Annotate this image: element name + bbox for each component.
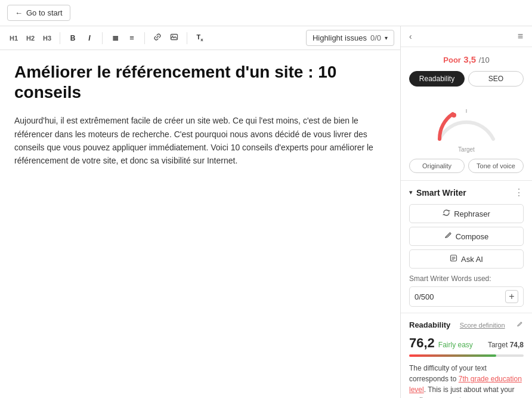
score-tabs: Readability SEO bbox=[409, 71, 524, 87]
readability-edit-icon[interactable] bbox=[516, 320, 524, 329]
tab-readability-label: Readability bbox=[419, 75, 454, 83]
editor-panel: H1 H2 H3 B I bbox=[0, 26, 401, 398]
ask-ai-label: Ask AI bbox=[461, 255, 483, 264]
main-layout: H1 H2 H3 B I bbox=[0, 26, 532, 398]
unordered-list-icon: ≡ bbox=[129, 33, 134, 42]
link-button[interactable] bbox=[150, 30, 165, 46]
score-poor-label: Poor bbox=[443, 55, 461, 64]
compose-label: Compose bbox=[456, 232, 489, 241]
rephraser-icon bbox=[443, 209, 450, 218]
gauge-svg bbox=[428, 97, 505, 145]
separator-2 bbox=[102, 32, 103, 44]
list-group: ≣ ≡ bbox=[107, 30, 140, 46]
score-header: Poor 3,5 /10 bbox=[409, 54, 524, 65]
readability-section: Readability Score definition 76,2 Fairly… bbox=[401, 313, 532, 398]
top-bar: ← Go to start bbox=[0, 0, 532, 26]
image-button[interactable] bbox=[166, 30, 182, 46]
gauge-container: Target bbox=[409, 92, 524, 155]
editor-content[interactable]: Améliorer le référencement d'un site : 1… bbox=[0, 50, 400, 398]
smart-writer-header: ▾ Smart Writer ⋮ bbox=[409, 187, 524, 198]
tab-seo-label: SEO bbox=[488, 75, 503, 83]
unordered-list-button[interactable]: ≡ bbox=[124, 30, 140, 46]
readability-header: Readability Score definition bbox=[409, 320, 524, 329]
link-icon bbox=[153, 33, 162, 43]
tab-originality[interactable]: Originality bbox=[409, 159, 465, 173]
svg-point-2 bbox=[451, 113, 456, 118]
score-definition-link[interactable]: Score definition bbox=[460, 322, 505, 329]
words-counter-value: 0/500 bbox=[415, 292, 434, 301]
h1-label: H1 bbox=[10, 35, 18, 42]
insert-group bbox=[150, 30, 182, 46]
bold-label: B bbox=[70, 34, 76, 42]
italic-label: I bbox=[88, 34, 90, 42]
highlight-count: 0/0 bbox=[370, 33, 381, 42]
score-section: Poor 3,5 /10 Readability SEO bbox=[401, 47, 532, 181]
readability-target-label: Target bbox=[488, 341, 508, 349]
gauge-target-label: Target bbox=[458, 146, 475, 153]
smart-writer-more-icon[interactable]: ⋮ bbox=[514, 187, 524, 198]
highlight-issues-button[interactable]: Highlight issues 0/0 ▾ bbox=[306, 30, 394, 46]
words-counter-plus-button[interactable]: + bbox=[505, 290, 518, 303]
clear-group: Tx bbox=[192, 30, 208, 46]
plus-icon: + bbox=[509, 291, 514, 302]
smart-writer-chevron-icon: ▾ bbox=[409, 189, 413, 196]
h3-button[interactable]: H3 bbox=[39, 30, 55, 46]
readability-title: Readability bbox=[409, 320, 450, 329]
readability-score-label: Fairly easy bbox=[438, 341, 473, 349]
progress-bar-fill bbox=[409, 354, 496, 357]
image-icon bbox=[170, 33, 178, 43]
h2-label: H2 bbox=[26, 35, 35, 42]
h2-button[interactable]: H2 bbox=[23, 30, 38, 46]
collapse-icon[interactable]: ‹ bbox=[409, 32, 412, 41]
readability-score-number: 76,2 bbox=[409, 335, 435, 351]
separator-4 bbox=[187, 32, 187, 44]
panel-menu-icon[interactable]: ≡ bbox=[518, 31, 524, 42]
right-panel: ‹ ≡ Poor 3,5 /10 Readability SEO bbox=[401, 26, 532, 398]
rephraser-label: Rephraser bbox=[454, 209, 490, 218]
toolbar: H1 H2 H3 B I bbox=[0, 26, 400, 50]
readability-scores-row: 76,2 Fairly easy Target 74,8 bbox=[409, 335, 524, 351]
tab-tone-of-voice-label: Tone of voice bbox=[477, 162, 515, 169]
highlight-grade-text: 7th grade education level bbox=[409, 375, 522, 394]
editor-title: Améliorer le référencement d'un site : 1… bbox=[14, 62, 386, 102]
editor-body: Aujourd'hui, il est extrêmement facile d… bbox=[14, 114, 386, 168]
tab-tone-of-voice[interactable]: Tone of voice bbox=[468, 159, 524, 173]
ordered-list-button[interactable]: ≣ bbox=[107, 30, 123, 46]
compose-button[interactable]: Compose bbox=[409, 227, 524, 246]
smart-writer-title-row: ▾ Smart Writer bbox=[409, 188, 466, 198]
readability-target-value: 74,8 bbox=[510, 341, 524, 349]
tab-originality-label: Originality bbox=[422, 162, 451, 169]
score-value: 3,5 bbox=[463, 54, 476, 64]
go-to-start-button[interactable]: ← Go to start bbox=[7, 5, 70, 21]
h1-button[interactable]: H1 bbox=[6, 30, 21, 46]
arrow-left-icon: ← bbox=[15, 8, 23, 17]
tab-seo[interactable]: SEO bbox=[468, 71, 524, 87]
italic-button[interactable]: I bbox=[82, 30, 97, 46]
separator-3 bbox=[144, 32, 145, 44]
clear-format-icon: Tx bbox=[196, 33, 203, 42]
heading-group: H1 H2 H3 bbox=[6, 30, 55, 46]
smart-writer-section: ▾ Smart Writer ⋮ Rephraser Compose bbox=[401, 181, 532, 313]
score-left: 76,2 Fairly easy bbox=[409, 335, 473, 351]
clear-format-button[interactable]: Tx bbox=[192, 30, 208, 46]
words-counter-row: 0/500 + bbox=[409, 286, 524, 307]
ordered-list-icon: ≣ bbox=[112, 33, 119, 42]
smart-writer-title: Smart Writer bbox=[416, 188, 466, 198]
separator-1 bbox=[60, 32, 60, 44]
readability-progress-bar bbox=[409, 354, 524, 357]
format-group: B I bbox=[65, 30, 97, 46]
readability-description: The difficulty of your text corresponds … bbox=[409, 363, 524, 398]
panel-collapse-bar: ‹ ≡ bbox=[401, 26, 532, 47]
bottom-tabs: Originality Tone of voice bbox=[409, 159, 524, 173]
score-out-of: /10 bbox=[479, 55, 490, 64]
words-used-label: Smart Writer Words used: bbox=[409, 274, 524, 283]
bold-button[interactable]: B bbox=[65, 30, 81, 46]
go-to-start-label: Go to start bbox=[26, 8, 63, 17]
ask-ai-icon bbox=[450, 254, 457, 264]
tab-readability[interactable]: Readability bbox=[409, 71, 465, 87]
h3-label: H3 bbox=[43, 35, 51, 42]
ask-ai-button[interactable]: Ask AI bbox=[409, 249, 524, 269]
rephraser-button[interactable]: Rephraser bbox=[409, 204, 524, 223]
highlight-label: Highlight issues bbox=[313, 33, 367, 42]
chevron-down-icon: ▾ bbox=[385, 35, 388, 41]
